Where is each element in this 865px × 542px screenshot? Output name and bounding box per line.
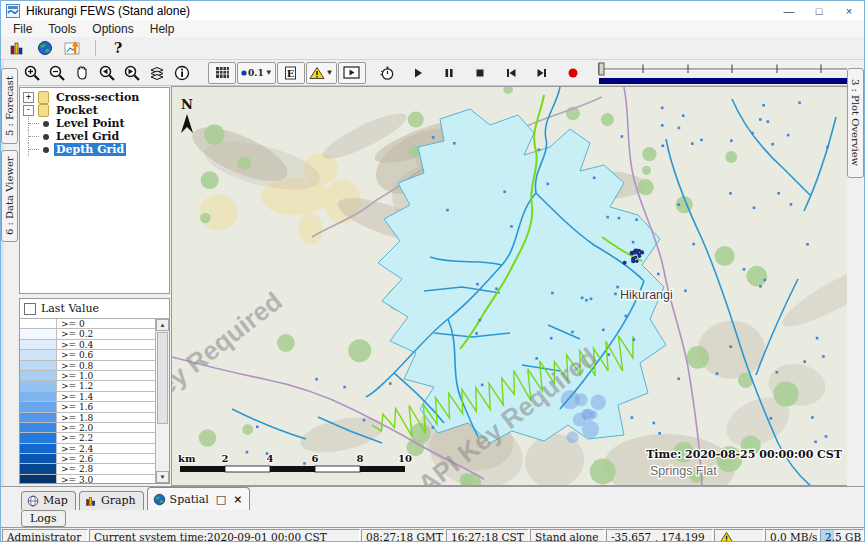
tab-map-label: Map (43, 494, 68, 507)
tree-item-depth-grid[interactable]: Depth Grid (20, 143, 169, 156)
logs-bar: Logs (1, 510, 864, 527)
last-value-checkbox[interactable] (24, 303, 36, 315)
tab-map[interactable]: Map (21, 491, 76, 510)
scroll-down-icon[interactable]: ▼ (156, 471, 169, 483)
skip-to-end-button[interactable] (530, 63, 554, 83)
layers-icon[interactable] (145, 63, 169, 83)
zoom-out-icon[interactable] (45, 63, 69, 83)
layer-bullet-icon (43, 147, 49, 153)
tab-data-viewer[interactable]: 6 : Data Viewer (1, 150, 18, 242)
legend-row: >= 0.8 (20, 361, 156, 371)
contour-value-label: 0.1 (248, 68, 264, 78)
maximize-button[interactable]: □ (804, 1, 834, 20)
scroll-up-icon[interactable]: ▲ (156, 319, 169, 331)
legend-row: >= 2.2 (20, 433, 156, 443)
status-mode: Stand alone (530, 529, 605, 542)
title-bar: Hikurangi FEWS (Stand alone) — □ × (1, 1, 864, 20)
play-button[interactable] (406, 63, 430, 83)
tab-spatial-active[interactable]: Spatial □ × (147, 487, 251, 510)
scrollbar-thumb[interactable] (157, 332, 168, 424)
tree-item-label: Level Grid (54, 130, 121, 143)
legend-row: >= 0.4 (20, 340, 156, 350)
legend-row: >= 1.6 (20, 402, 156, 412)
tree-item-label-selected: Depth Grid (54, 143, 126, 156)
grid-layer-button[interactable] (208, 62, 236, 84)
stop-button[interactable] (468, 63, 492, 83)
close-button[interactable]: × (834, 1, 864, 20)
tab-plot-overview[interactable]: 3 : Plot Overview (847, 68, 864, 178)
legend-row: >= 1.8 (20, 413, 156, 423)
left-panel: + Cross-section - Pocket Level P (18, 86, 171, 486)
area-label: Springs Flat (650, 464, 717, 478)
status-system-time: Current system time:2020-09-01 00:00 CST (89, 529, 360, 542)
legend-color-swatch (20, 329, 57, 338)
tree-guide-line (28, 130, 43, 143)
svg-text:N: N (181, 97, 193, 112)
collapse-toggle-icon[interactable]: - (23, 105, 34, 116)
zoom-next-icon[interactable] (120, 63, 144, 83)
status-memory: 2.5 GB (820, 529, 864, 542)
map-canvas[interactable]: API Key Required API Key Required N Hiku… (172, 87, 847, 486)
info-icon[interactable] (170, 63, 194, 83)
legend-color-swatch (20, 475, 57, 483)
status-coordinates: -35.657 , 174.199 (606, 529, 713, 542)
tree-item-pocket[interactable]: - Pocket (20, 104, 169, 117)
map-view[interactable]: API Key Required API Key Required N Hiku… (171, 86, 847, 486)
status-gmt-time: 08:27:18 GMT (361, 529, 445, 542)
tab-maximize-icon[interactable]: □ (216, 493, 226, 506)
legend-toggle-button[interactable]: E (277, 62, 305, 84)
logs-tab[interactable]: Logs (21, 510, 66, 527)
svg-text:km: km (178, 453, 196, 464)
menu-options[interactable]: Options (84, 22, 141, 36)
zoom-previous-icon[interactable] (95, 63, 119, 83)
legend-scrollbar[interactable]: ▲ ▼ (155, 319, 169, 483)
timer-icon[interactable] (375, 63, 399, 83)
skip-to-start-button[interactable] (499, 63, 523, 83)
legend-row: >= 1.2 (20, 381, 156, 391)
globe-icon[interactable] (33, 38, 57, 58)
legend-color-swatch (20, 423, 57, 432)
menu-bar: File Tools Options Help (1, 20, 864, 37)
animation-movie-button[interactable] (338, 62, 366, 84)
explorer-chart-icon[interactable] (5, 38, 29, 58)
legend-color-swatch (20, 319, 57, 328)
zoom-in-icon[interactable] (20, 63, 44, 83)
menu-tools[interactable]: Tools (40, 22, 84, 36)
legend-threshold-label: >= 2.4 (57, 444, 156, 453)
expand-toggle-icon[interactable]: + (23, 92, 34, 103)
application-window: Hikurangi FEWS (Stand alone) — □ × File … (0, 0, 865, 542)
pause-button[interactable] (437, 63, 461, 83)
pan-hand-icon[interactable] (70, 63, 94, 83)
tree-guide-line (28, 117, 43, 130)
bar-chart-icon (85, 495, 97, 507)
menu-help[interactable]: Help (142, 22, 183, 36)
menu-file[interactable]: File (5, 22, 40, 36)
tab-graph[interactable]: Graph (79, 491, 144, 510)
map-toolbar: 0.1 ▼ E ▼ (18, 60, 847, 86)
time-slider-thumb (599, 63, 604, 75)
tree-item-level-point[interactable]: Level Point (20, 117, 169, 130)
record-button[interactable] (561, 63, 585, 83)
warnings-dropdown[interactable]: ▼ (306, 62, 337, 84)
map-time-label: Time: 2020-08-25 00:00:00 CST (646, 448, 843, 461)
document-tab-bar: Map Graph Spatial □ × (1, 486, 864, 510)
layer-tree: + Cross-section - Pocket Level P (19, 87, 170, 294)
svg-text:10: 10 (398, 453, 412, 464)
tree-item-level-grid[interactable]: Level Grid (20, 130, 169, 143)
status-network-rate: 0.0 MB/s (765, 529, 819, 542)
tab-close-icon[interactable]: × (233, 493, 242, 506)
tree-item-cross-section[interactable]: + Cross-section (20, 91, 169, 104)
tab-forecast[interactable]: 5 : Forecast (1, 68, 18, 144)
legend-color-swatch (20, 444, 57, 453)
minimize-button[interactable]: — (774, 1, 804, 20)
svg-text:8: 8 (357, 453, 364, 464)
help-button[interactable]: ? (106, 38, 130, 58)
legend-row: >= 2.6 (20, 454, 156, 464)
legend-color-swatch (20, 361, 57, 370)
tab-graph-label: Graph (101, 494, 136, 507)
time-slider[interactable] (596, 61, 865, 85)
trend-chart-icon[interactable] (61, 38, 85, 58)
legend-color-swatch (20, 392, 57, 401)
contour-value-dropdown[interactable]: 0.1 ▼ (237, 62, 276, 84)
legend-row: >= 3.0 (20, 475, 156, 483)
